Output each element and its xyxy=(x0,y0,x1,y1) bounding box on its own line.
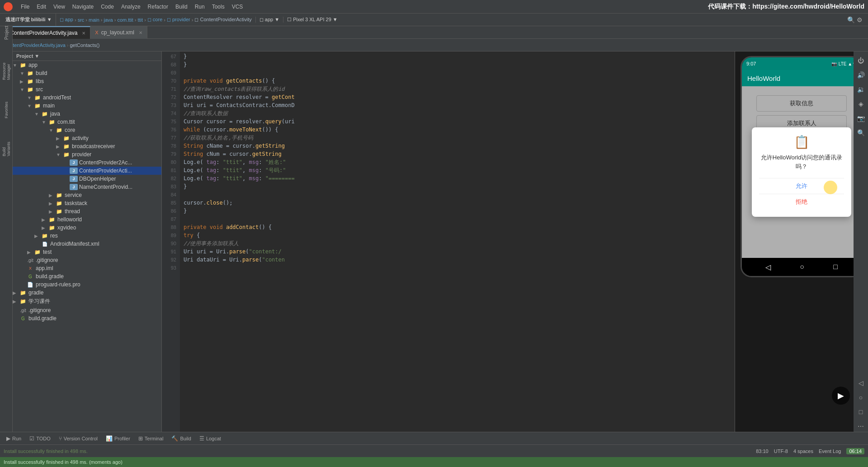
tree-arrow: ▶ xyxy=(13,299,19,304)
tree-item-14[interactable]: J DBOpenHelper xyxy=(13,175,161,183)
favorites-icon[interactable]: Favorites xyxy=(2,106,11,115)
menu-vcs[interactable]: VCS xyxy=(229,3,246,11)
menu-analyze[interactable]: Analyze xyxy=(118,3,143,11)
tree-item-25[interactable]: X app.iml xyxy=(13,264,161,272)
tab-xml-file[interactable]: X cp_layout.xml ✕ xyxy=(90,26,147,39)
tree-item-16[interactable]: ▶ 📁 service xyxy=(13,191,161,199)
tree-item-3[interactable]: ▼ 📁 src xyxy=(13,85,161,93)
tree-item-22[interactable]: 📄 AndroidManifest.xml xyxy=(13,240,161,248)
bc-src[interactable]: src xyxy=(78,17,85,23)
build-btn[interactable]: 🔨 Build xyxy=(169,434,193,443)
breadcrumb-class[interactable]: ContentProviderActivity.java xyxy=(4,42,66,48)
run-config[interactable]: ◻ app ▼ xyxy=(259,17,279,23)
dialog-deny-button[interactable]: 拒绝 xyxy=(759,194,844,210)
dialog-allow-button[interactable]: 允许 xyxy=(759,178,844,194)
menu-edit[interactable]: Edit xyxy=(34,3,49,11)
tree-item-5[interactable]: ▼ 📁 main xyxy=(13,102,161,110)
menu-code[interactable]: Code xyxy=(98,3,117,11)
tree-item-6[interactable]: ▼ 📁 java xyxy=(13,110,161,118)
device-selector[interactable]: ☐ Pixel 3 XL API 29 ▼ xyxy=(287,17,338,23)
circle-nav-btn[interactable]: ○ xyxy=(855,392,866,403)
folder-icon: 📁 xyxy=(19,290,27,296)
power-tool-btn[interactable]: ⏻ xyxy=(855,55,866,66)
tab-xml-close[interactable]: ✕ xyxy=(139,30,142,35)
bc-core[interactable]: ◻ core xyxy=(147,17,162,23)
menu-run[interactable]: Run xyxy=(192,3,208,11)
line-number-90: 90 xyxy=(162,239,180,248)
tree-item-15[interactable]: J NameContentProvid... xyxy=(13,183,161,191)
tree-item-31[interactable]: G build.gradle xyxy=(13,314,161,322)
tree-item-4[interactable]: ▼ 📁 androidTest xyxy=(13,93,161,102)
tree-label: xgvideo xyxy=(57,224,76,231)
tree-item-29[interactable]: ▶ 📁 学习课件 xyxy=(13,297,161,306)
bc-ttit[interactable]: ttit xyxy=(138,17,143,23)
tree-item-20[interactable]: ▶ 📁 xgvideo xyxy=(13,224,161,232)
bc-comttit[interactable]: com.ttit xyxy=(117,17,133,23)
tree-item-2[interactable]: ▶ 📁 libs xyxy=(13,77,161,85)
tree-item-0[interactable]: ▼ 📁 app xyxy=(13,61,161,69)
code-line-92: Uri dataUri = Uri.parse("conten xyxy=(184,256,731,264)
bc-app[interactable]: ◻ app xyxy=(60,17,73,23)
tree-item-10[interactable]: ▶ 📁 broadcastreceiver xyxy=(13,142,161,150)
tree-item-12[interactable]: J ContentProvider2Ac... xyxy=(13,159,161,167)
phone-recents-btn[interactable]: □ xyxy=(833,263,838,271)
tree-item-1[interactable]: ▼ 📁 build xyxy=(13,69,161,77)
tree-item-7[interactable]: ▼ 📁 com.ttit xyxy=(13,118,161,126)
phone-permission-dialog: 📋 允许HelloWorld访问您的通讯录吗？ 允许 拒绝 xyxy=(752,127,851,217)
tree-item-18[interactable]: ▶ 📁 thread xyxy=(13,207,161,215)
version-control-btn[interactable]: ⑂ Version Control xyxy=(56,434,100,443)
menu-file[interactable]: File xyxy=(18,3,32,11)
volume-down-btn[interactable]: 🔉 xyxy=(855,84,866,95)
tree-item-8[interactable]: ▼ 📁 core xyxy=(13,126,161,134)
screenshot-btn[interactable]: 📷 xyxy=(855,113,866,124)
code-content[interactable]: } } private void getContacts() { //查询raw… xyxy=(180,51,735,432)
search-icon[interactable]: 🔍 xyxy=(847,16,855,23)
play-button-overlay[interactable]: ▶ xyxy=(832,387,850,405)
tree-item-27[interactable]: 📄 proguard-rules.pro xyxy=(13,280,161,289)
build-variants-icon[interactable]: Build Variants xyxy=(2,145,11,154)
logcat-btn[interactable]: ☰ Logcat xyxy=(197,434,224,443)
bc-main[interactable]: main xyxy=(89,17,99,23)
tree-item-26[interactable]: G build.gradle xyxy=(13,272,161,280)
tree-item-24[interactable]: .git .gitignore xyxy=(13,256,161,264)
square-nav-btn[interactable]: □ xyxy=(855,406,866,417)
tree-item-19[interactable]: ▶ 📁 helloworld xyxy=(13,215,161,224)
tree-item-23[interactable]: ▶ 📁 test xyxy=(13,248,161,256)
zoom-in-btn[interactable]: 🔍 xyxy=(855,127,866,138)
rotate-btn[interactable]: ◈ xyxy=(855,98,866,109)
menu-tools[interactable]: Tools xyxy=(209,3,227,11)
more-options-btn[interactable]: ⋯ xyxy=(855,421,866,432)
profiler-btn[interactable]: 📊 Profiler xyxy=(103,434,133,443)
code-editor-area[interactable]: 6768697071727374757677787980818283848586… xyxy=(162,51,735,432)
bc-provider[interactable]: ◻ provider xyxy=(167,17,190,23)
resource-manager-icon[interactable]: Resource Manager xyxy=(2,67,11,76)
phone-home-btn[interactable]: ○ xyxy=(800,263,804,271)
tree-arrow: ▶ xyxy=(49,201,55,206)
back-nav-btn[interactable]: ◁ xyxy=(855,378,866,388)
tree-item-30[interactable]: .git .gitignore xyxy=(13,306,161,314)
tree-item-11[interactable]: ▼ 📁 provider xyxy=(13,150,161,159)
todo-btn[interactable]: ☑ TODO xyxy=(27,434,53,443)
run-btn[interactable]: ▶ Run xyxy=(4,434,24,443)
tree-item-13[interactable]: J ContentProviderActi... xyxy=(13,167,161,175)
terminal-btn[interactable]: ⊞ Terminal xyxy=(136,434,166,443)
tree-item-21[interactable]: ▶ 📁 res xyxy=(13,232,161,240)
menu-build[interactable]: Build xyxy=(173,3,190,11)
tab-java-close[interactable]: ✕ xyxy=(82,31,85,36)
code-editor[interactable]: 6768697071727374757677787980818283848586… xyxy=(162,51,735,432)
menu-view[interactable]: View xyxy=(51,3,68,11)
tree-item-17[interactable]: ▶ 📁 taskstack xyxy=(13,199,161,207)
event-log-label[interactable]: Event Log xyxy=(819,448,841,454)
menu-navigate[interactable]: Navigate xyxy=(70,3,96,11)
tab-java-file[interactable]: J ContentProviderActivity.java ✕ xyxy=(0,26,90,39)
breadcrumb-method[interactable]: getContacts() xyxy=(70,42,99,48)
settings-icon[interactable]: ⚙ xyxy=(857,16,863,23)
tree-item-28[interactable]: ▶ 📁 gradle xyxy=(13,289,161,297)
phone-back-btn[interactable]: ◁ xyxy=(765,263,771,271)
menu-refactor[interactable]: Refactor xyxy=(145,3,171,11)
tree-item-9[interactable]: ▶ 📁 activity xyxy=(13,134,161,142)
volume-up-btn[interactable]: 🔊 xyxy=(855,70,866,80)
bc-java[interactable]: java xyxy=(104,17,113,23)
bc-class[interactable]: ◻ ContentProviderActivity xyxy=(194,17,251,23)
project-icon[interactable]: Project xyxy=(2,28,11,37)
